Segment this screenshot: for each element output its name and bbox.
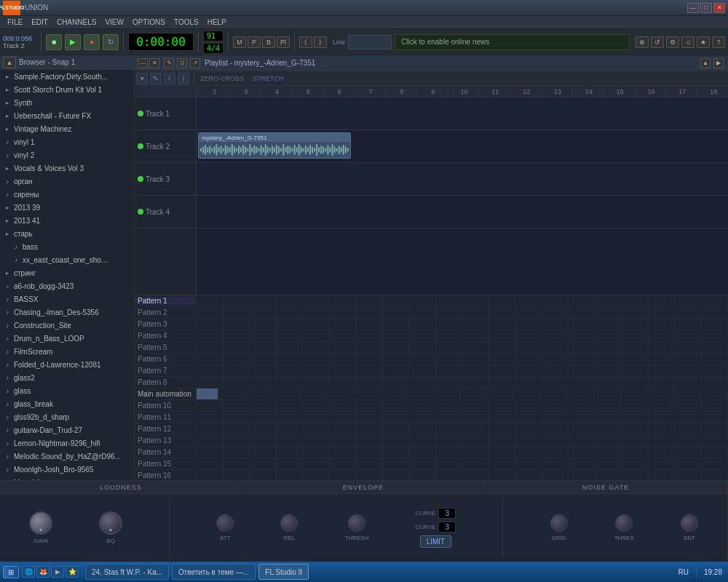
pattern-cell-10-14[interactable]: [569, 412, 596, 423]
pattern-cell-3-5[interactable]: [330, 330, 357, 341]
pattern-cell-0-9[interactable]: [436, 295, 463, 306]
pattern-cell-9-9[interactable]: [436, 400, 463, 411]
pattern-cell-4-4[interactable]: [303, 342, 330, 353]
pattern-cell-10-10[interactable]: [462, 412, 489, 423]
pattern-row-14[interactable]: Pattern 15: [135, 458, 728, 470]
pattern-cell-2-17[interactable]: [649, 319, 676, 330]
pattern-cell-5-14[interactable]: [569, 354, 596, 364]
pattern-cell-2-14[interactable]: [569, 319, 596, 330]
pattern-cell-5-11[interactable]: [489, 354, 516, 364]
pattern-cell-1-4[interactable]: [303, 307, 330, 318]
pattern-cell-1-19[interactable]: [702, 307, 729, 318]
pattern-cell-2-11[interactable]: [489, 319, 516, 330]
plugin-btn[interactable]: Pl: [277, 36, 290, 48]
pattern-cell-5-7[interactable]: [383, 354, 410, 364]
pattern-cell-15-2[interactable]: [250, 470, 277, 481]
pattern-cell-5-9[interactable]: [436, 354, 463, 364]
pattern-cell-2-3[interactable]: [277, 319, 304, 330]
pattern-cell-15-8[interactable]: [409, 470, 436, 481]
pattern-cell-3-3[interactable]: [277, 330, 304, 341]
pattern-cell-8-13[interactable]: [540, 388, 567, 399]
pl-tb-4[interactable]: ⟩: [178, 73, 189, 84]
sidebar-item-30[interactable]: ♪Moonlgh-Josh_Bro-9565: [0, 463, 134, 476]
sidebar-item-3[interactable]: ▸Ueberschall - Future FX: [0, 109, 134, 122]
pattern-cell-5-1[interactable]: [223, 354, 250, 364]
pattern-cell-4-2[interactable]: [250, 342, 277, 353]
pattern-cell-6-17[interactable]: [649, 365, 676, 376]
sidebar-list[interactable]: ▸Sample.Factory.Dirty.South...▸Scott Sto…: [0, 70, 134, 514]
pattern-cell-1-5[interactable]: [330, 307, 357, 318]
pattern-cell-3-8[interactable]: [409, 330, 436, 341]
pattern-cell-9-12[interactable]: [515, 400, 542, 411]
pattern-cell-8-9[interactable]: [433, 388, 460, 399]
pattern-cell-2-16[interactable]: [622, 319, 649, 330]
pattern-cell-6-5[interactable]: [330, 365, 357, 376]
pattern-cell-10-5[interactable]: [330, 412, 357, 423]
pattern-cell-1-13[interactable]: [542, 307, 569, 318]
sidebar-item-25[interactable]: ♪glass_break: [0, 397, 134, 410]
pattern-cell-7-17[interactable]: [649, 377, 676, 388]
menu-edit[interactable]: EDIT: [27, 16, 52, 28]
pattern-cell-0-10[interactable]: [462, 295, 489, 306]
taskbar-task-1[interactable]: 24. Stas ft W.P. - Ka...: [85, 564, 169, 580]
pattern-cell-13-8[interactable]: [409, 447, 436, 458]
pattern-cell-8-0[interactable]: [197, 388, 218, 399]
pattern-row-2[interactable]: Pattern 3: [135, 319, 728, 330]
pattern-cell-10-17[interactable]: [649, 412, 676, 423]
audio-clip-1[interactable]: mystery_-Adrien_G-7351: [198, 132, 351, 159]
pattern-cell-9-7[interactable]: [383, 400, 410, 411]
pattern-cell-7-19[interactable]: [702, 377, 729, 388]
pattern-cell-0-2[interactable]: [250, 295, 277, 306]
pattern-cell-5-3[interactable]: [277, 354, 304, 364]
pattern-cell-11-3[interactable]: [277, 423, 304, 434]
pattern-cell-2-13[interactable]: [542, 319, 569, 330]
sidebar-item-23[interactable]: ♪glass2: [0, 371, 134, 384]
news-bar[interactable]: Click to enable online news: [395, 34, 630, 50]
track-timeline-row-4[interactable]: [197, 196, 728, 228]
pattern-cell-11-18[interactable]: [675, 423, 702, 434]
pattern-cell-0-14[interactable]: [569, 295, 596, 306]
pattern-cell-9-19[interactable]: [702, 400, 729, 411]
pattern-cell-2-9[interactable]: [436, 319, 463, 330]
pattern-cell-8-3[interactable]: [272, 388, 299, 399]
pattern-cell-7-12[interactable]: [515, 377, 542, 388]
pattern-cell-2-2[interactable]: [250, 319, 277, 330]
pattern-cell-1-7[interactable]: [383, 307, 410, 318]
pattern-cell-3-13[interactable]: [542, 330, 569, 341]
menu-options[interactable]: OPTIONS: [128, 16, 170, 28]
pattern-cell-13-0[interactable]: [197, 447, 223, 458]
pattern-cell-0-15[interactable]: [596, 295, 622, 306]
pattern-cell-9-13[interactable]: [542, 400, 569, 411]
pl-tool-1[interactable]: ✎: [164, 58, 174, 68]
pattern-cell-7-9[interactable]: [436, 377, 463, 388]
sidebar-item-21[interactable]: ♪FilmScream: [0, 345, 134, 358]
pattern-cell-4-14[interactable]: [569, 342, 596, 353]
pattern-cell-10-9[interactable]: [436, 412, 463, 423]
pattern-cell-15-5[interactable]: [330, 470, 357, 481]
pattern-cell-3-9[interactable]: [436, 330, 463, 341]
pattern-cell-7-13[interactable]: [542, 377, 569, 388]
pattern-cell-4-3[interactable]: [277, 342, 304, 353]
pattern-cell-8-4[interactable]: [299, 388, 326, 399]
pattern-cell-14-1[interactable]: [223, 458, 250, 469]
pattern-cell-15-4[interactable]: [303, 470, 330, 481]
pattern-cell-10-2[interactable]: [250, 412, 277, 423]
taskbar-icon-3[interactable]: ▶: [51, 566, 64, 578]
pattern-cell-15-19[interactable]: [702, 470, 729, 481]
pattern-row-1[interactable]: Pattern 2: [135, 307, 728, 319]
pattern-cell-1-8[interactable]: [409, 307, 436, 318]
sidebar-item-22[interactable]: ♪Folded_d-Lawrence-12081: [0, 358, 134, 371]
pattern-cell-7-8[interactable]: [409, 377, 436, 388]
pattern-cell-11-9[interactable]: [436, 423, 463, 434]
pattern-cell-3-18[interactable]: [675, 330, 702, 341]
start-button[interactable]: ⊞: [3, 566, 19, 578]
pattern-cell-4-1[interactable]: [223, 342, 250, 353]
pattern-cell-3-6[interactable]: [356, 330, 383, 341]
mixer-btn[interactable]: M: [233, 36, 246, 48]
pattern-cell-13-18[interactable]: [675, 447, 702, 458]
pattern-cell-12-2[interactable]: [250, 435, 277, 446]
pattern-cell-12-4[interactable]: [303, 435, 330, 446]
pattern-cell-6-6[interactable]: [356, 365, 383, 376]
pattern-cell-8-18[interactable]: [674, 388, 701, 399]
sidebar-item-4[interactable]: ▸Vintage Machinez: [0, 122, 134, 135]
